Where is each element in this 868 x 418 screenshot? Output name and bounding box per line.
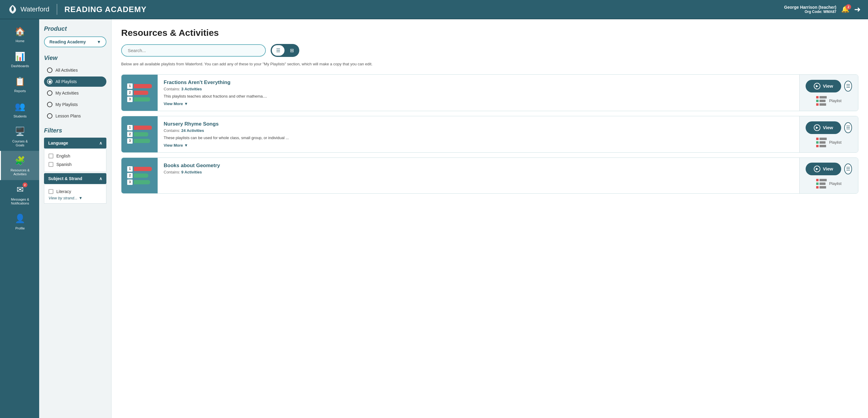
search-input-wrap	[121, 44, 266, 57]
card-thumb-fractions: 1 2 3	[121, 75, 158, 111]
chevron-up-subject-icon: ∧	[99, 176, 102, 181]
view-button-fractions[interactable]: ▶ View	[806, 80, 841, 92]
filter-group-subject-strand-header[interactable]: Subject & Strand ∧	[44, 173, 106, 184]
product-section-title: Product	[44, 25, 106, 32]
radio-circle-all-activities	[47, 67, 53, 73]
radio-circle-all-playlists	[47, 79, 53, 84]
user-name: George Harrison (teacher)	[784, 5, 837, 10]
checkbox-spanish-box	[49, 162, 53, 167]
menu-button-geometry[interactable]: ☰	[844, 163, 852, 174]
card-actions-fractions: ▶ View ☰	[799, 75, 858, 111]
filter-group-language-header[interactable]: Language ∧	[44, 138, 106, 149]
sidebar-item-students[interactable]: 👥 Students	[0, 97, 39, 122]
search-input[interactable]	[121, 44, 266, 57]
page-title: Resources & Activities	[121, 28, 858, 38]
playlist-icon-fractions: 1 2 3	[127, 84, 152, 102]
view-more-fractions[interactable]: View More ▼	[164, 101, 793, 106]
view-toggle: ☰ ⊞	[271, 44, 299, 57]
radio-my-activities[interactable]: My Activities	[44, 88, 106, 98]
main-content: Product Reading Academy ▼ View All Activ…	[39, 19, 868, 418]
card-actions-nursery: ▶ View ☰	[799, 116, 858, 152]
radio-circle-lesson-plans	[47, 113, 53, 119]
notification-badge: 2	[846, 4, 851, 10]
sidebar-label-messages: Messages & Notifications	[11, 198, 29, 205]
sidebar-item-profile[interactable]: 👤 Profile	[0, 209, 39, 234]
product-dropdown-label: Reading Academy	[50, 39, 86, 44]
view-button-geometry[interactable]: ▶ View	[806, 163, 841, 175]
checkbox-spanish[interactable]: Spanish	[49, 160, 102, 169]
radio-my-playlists[interactable]: My Playlists	[44, 99, 106, 109]
profile-icon: 👤	[14, 213, 26, 225]
view-button-nursery[interactable]: ▶ View	[806, 121, 841, 134]
playlist-card-fractions: 1 2 3	[121, 74, 858, 111]
sidebar-item-messages[interactable]: ✉ 2 Messages & Notifications	[0, 180, 39, 209]
playlist-icon-nursery: 1 2 3	[127, 125, 152, 143]
filter-group-language-label: Language	[48, 141, 68, 146]
sidebar-item-reports[interactable]: 📋 Reports	[0, 72, 39, 97]
notification-button[interactable]: 🔔 2	[841, 5, 849, 13]
menu-button-nursery[interactable]: ☰	[844, 122, 852, 133]
sidebar-label-profile: Profile	[16, 226, 25, 230]
action-row-nursery: ▶ View ☰	[806, 121, 852, 134]
waterford-logo: Waterford	[7, 4, 50, 15]
sidebar-item-home[interactable]: 🏠 Home	[0, 22, 39, 47]
radio-label-lesson-plans: Lesson Plans	[56, 114, 81, 118]
students-icon: 👥	[14, 101, 26, 112]
action-row-geometry: ▶ View ☰	[806, 163, 852, 175]
play-icon-geometry: ▶	[814, 166, 820, 172]
view-btn-label-geometry: View	[823, 166, 833, 171]
sidebar-label-home: Home	[16, 39, 24, 43]
checkbox-literacy[interactable]: Literacy	[49, 187, 102, 196]
card-actions-geometry: ▶ View ☰	[799, 158, 858, 193]
view-by-strand[interactable]: View by strand... ▼	[49, 196, 102, 200]
radio-lesson-plans[interactable]: Lesson Plans	[44, 111, 106, 121]
view-section-title: View	[44, 55, 106, 61]
product-title: READING ACADEMY	[64, 5, 147, 14]
playlist-type-icon-geometry	[816, 179, 827, 189]
checkbox-english[interactable]: English	[49, 152, 102, 160]
radio-circle-my-activities	[47, 90, 53, 96]
view-btn-label-fractions: View	[823, 84, 833, 89]
header: Waterford READING ACADEMY George Harriso…	[0, 0, 868, 19]
grid-view-button[interactable]: ⊞	[286, 45, 298, 56]
org-code-label: Org Code:	[805, 10, 823, 14]
card-body-fractions: Fractions Aren't Everything Contains: 3 …	[158, 75, 799, 111]
radio-label-all-playlists: All Playlists	[56, 79, 77, 84]
filter-group-subject-strand-label: Subject & Strand	[48, 176, 82, 181]
radio-circle-my-playlists	[47, 102, 53, 107]
sidebar: 🏠 Home 📊 Dashboards 📋 Reports 👥 Students…	[0, 19, 39, 418]
sidebar-item-dashboards[interactable]: 📊 Dashboards	[0, 47, 39, 72]
content-area: Resources & Activities ☰ ⊞ Below are all…	[112, 19, 868, 418]
card-title-nursery: Nursery Rhyme Songs	[164, 121, 793, 127]
card-title-fractions: Fractions Aren't Everything	[164, 79, 793, 86]
sidebar-label-courses-goals: Courses & Goals	[12, 139, 28, 147]
resources-icon: 🧩	[14, 155, 26, 166]
chevron-down-icon: ▼	[97, 39, 101, 44]
playlist-type-label-nursery: Playlist	[829, 140, 841, 144]
sidebar-item-resources-activities[interactable]: 🧩 Resources & Activities	[0, 151, 39, 180]
list-view-button[interactable]: ☰	[272, 45, 284, 56]
playlist-type-icon-nursery	[816, 138, 827, 147]
checkbox-literacy-label: Literacy	[56, 189, 71, 194]
view-by-strand-label: View by strand...	[49, 196, 78, 200]
playlists-container: 1 2 3	[121, 74, 858, 194]
menu-button-fractions[interactable]: ☰	[844, 81, 852, 92]
playlist-type-geometry: Playlist	[816, 179, 841, 189]
messages-badge: 2	[23, 183, 27, 187]
view-by-strand-chevron-icon: ▼	[79, 196, 83, 200]
playlist-icon-geometry: 1 2 3	[127, 166, 152, 185]
card-count-nursery: 24 Activities	[181, 128, 204, 133]
card-desc-fractions: This playlists teaches about fractions a…	[164, 94, 793, 99]
play-icon-fractions: ▶	[814, 83, 820, 90]
logout-button[interactable]: ➜	[854, 5, 861, 14]
org-code-value: WMA87	[824, 10, 836, 14]
card-contains-geometry: Contains: 9 Activities	[164, 170, 793, 174]
product-dropdown[interactable]: Reading Academy ▼	[44, 36, 106, 47]
view-more-nursery[interactable]: View More ▼	[164, 143, 793, 148]
sidebar-item-courses-goals[interactable]: 🖥️ Courses & Goals	[0, 122, 39, 151]
radio-label-all-activities: All Activities	[56, 68, 78, 72]
radio-all-playlists[interactable]: All Playlists	[44, 76, 106, 87]
card-title-geometry: Books about Geometry	[164, 163, 793, 169]
radio-all-activities[interactable]: All Activities	[44, 65, 106, 75]
view-more-label-fractions: View More	[164, 101, 183, 106]
